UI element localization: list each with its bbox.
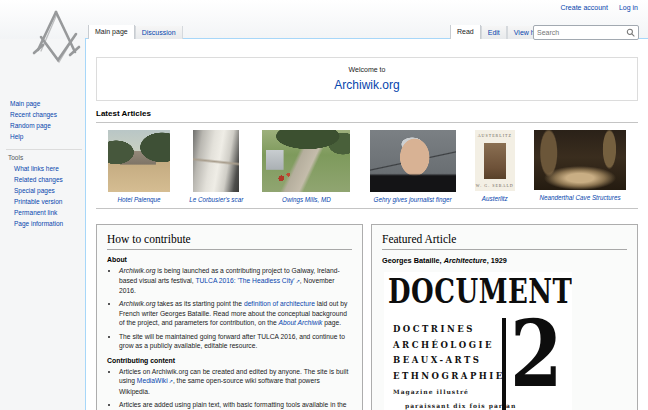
text-segment: takes as its starting point the [155,300,243,307]
cover-issue-number: 2 [510,308,562,400]
austerlitz-cover-title: AUSTERLITZ [478,133,512,138]
inline-link[interactable]: About Archiwik [278,319,322,326]
how-to-contribute-panel: How to contribute About Archiwik.org is … [96,224,363,410]
latest-articles-strip: Hotel Palenque Le Corbusier's scar Owing… [96,122,638,209]
cover-subject: ETHNOGRAPHIE [393,369,505,385]
latest-articles-heading: Latest Articles [96,109,648,118]
featured-article-byline: Georges Bataille, Architecture, 1929 [382,256,627,265]
thumbnail-caption[interactable]: Le Corbusier's scar [189,196,243,203]
log-in-link[interactable]: Log in [619,4,638,11]
sidebar-item-what-links-here[interactable]: What links here [6,163,82,174]
tab-discussion[interactable]: Discussion [135,26,183,39]
text-segment: Architecture [444,256,487,265]
sidebar-item-recent-changes[interactable]: Recent changes [0,109,85,120]
site-name-link[interactable]: Archiwik.org [334,78,399,92]
cover-subject: ARCHÉOLOGIE [393,338,505,354]
austerlitz-cover-photo [484,143,506,179]
text-segment: The site will be maintained going forwar… [119,333,345,350]
search-input[interactable] [534,29,626,36]
inline-link[interactable]: TULCA 2016: 'The Headless City' [195,277,294,284]
contributing-content-subheading: Contributing content [107,357,352,364]
tab-read[interactable]: Read [450,25,481,39]
austerlitz-cover-author: W. G. SEBALD [476,183,514,188]
sidebar: Main page Recent changes Random page Hel… [0,98,85,229]
create-account-link[interactable]: Create account [560,4,607,11]
cover-subject: DOCTRINES [393,322,505,338]
cover-subject: BEAUX-ARTS [393,353,505,369]
article-thumb-neanderthal-caves[interactable]: Neanderthal Cave Structures [534,130,626,201]
featured-article-panel: Featured Article Georges Bataille, Archi… [371,224,638,410]
text-segment: Archiwik.org [119,267,155,274]
content-area: Welcome to Archiwik.org Latest Articles … [85,39,648,410]
bullet-item: Archiwik.org is being launched as a cont… [119,266,352,296]
text-segment: , 1929 [487,256,507,265]
thumbnail-image[interactable] [108,130,170,192]
sidebar-tools-section: Tools What links here Related changes Sp… [6,149,82,229]
article-thumb-gehry[interactable]: Gehry gives journalist finger [370,130,456,203]
article-thumb-hotel-palenque[interactable]: Hotel Palenque [108,130,170,203]
personal-bar: Create account Log in [551,4,638,11]
sidebar-item-special-pages[interactable]: Special pages [6,185,82,196]
contributing-bullet-list: Articles on Archiwik.org can be created … [107,367,352,410]
site-logo[interactable] [28,6,84,70]
bullet-item: Articles on Archiwik.org can be created … [119,367,352,397]
search-icon[interactable] [626,28,635,37]
sidebar-item-help[interactable]: Help [0,131,85,142]
sidebar-tools-list: What links here Related changes Special … [6,163,82,229]
page-tabs-left: Main page Discussion [88,25,183,39]
sidebar-navigation: Main page Recent changes Random page Hel… [0,98,85,142]
about-bullet-list: Archiwik.org is being launched as a cont… [107,266,352,351]
welcome-banner: Welcome to Archiwik.org [96,57,638,101]
text-segment: Archiwik.org [119,300,155,307]
cover-divider-bar [502,318,506,410]
article-thumb-corbusier-scar[interactable]: Le Corbusier's scar [189,130,243,203]
thumbnail-caption[interactable]: Neanderthal Cave Structures [539,194,620,201]
thumbnail-image[interactable] [262,130,350,192]
tab-main-page[interactable]: Main page [88,25,135,39]
sidebar-item-related-changes[interactable]: Related changes [6,174,82,185]
cover-tagline-line2: paraissant dix fois par an [405,402,516,409]
thumbnail-image[interactable] [370,130,456,192]
documents-cover-subjects: DOCTRINES ARCHÉOLOGIE BEAUX-ARTS ETHNOGR… [393,322,505,384]
sidebar-item-printable-version[interactable]: Printable version [6,196,82,207]
thumbnail-image[interactable] [193,130,239,192]
sidebar-item-permanent-link[interactable]: Permanent link [6,207,82,218]
search-bar [533,25,639,40]
archiwik-main-page: { "colors":{"link_blue":"#0645ad","conte… [0,0,648,410]
inline-link[interactable]: definition of architecture [244,300,315,307]
main-columns: How to contribute About Archiwik.org is … [96,224,638,410]
article-thumb-owings-mills[interactable]: Owings Mills, MD [262,130,350,203]
masonic-square-compasses-icon [28,6,84,70]
cover-tagline-line1: Magazine illustré [393,388,469,395]
featured-article-heading: Featured Article [382,233,627,250]
thumbnail-caption[interactable]: Austerlitz [482,195,508,202]
how-to-contribute-heading: How to contribute [107,233,352,250]
tools-heading: Tools [6,154,82,161]
thumbnail-caption[interactable]: Gehry gives journalist finger [374,196,452,203]
thumbnail-image[interactable]: AUSTERLITZ W. G. SEBALD [475,130,515,191]
text-segment: Articles are added using plain text, wit… [119,401,347,410]
bullet-item: The site will be maintained going forwar… [119,332,352,351]
tab-edit[interactable]: Edit [481,26,507,39]
sidebar-item-main-page[interactable]: Main page [0,98,85,109]
sidebar-item-random-page[interactable]: Random page [0,120,85,131]
text-segment: page. [322,319,341,326]
article-thumb-austerlitz[interactable]: AUSTERLITZ W. G. SEBALD Austerlitz [475,130,515,202]
bullet-item: Archiwik.org takes as its starting point… [119,299,352,328]
sidebar-item-page-information[interactable]: Page information [6,218,82,229]
welcome-text: Welcome to [349,66,386,73]
documents-magazine-cover[interactable]: DOCUMENTS DOCTRINES ARCHÉOLOGIE BEAUX-AR… [384,272,572,410]
bullet-item: Articles are added using plain text, wit… [119,400,352,410]
thumbnail-image[interactable] [534,130,626,190]
about-subheading: About [107,256,352,263]
inline-link[interactable]: MediaWiki [137,377,168,384]
text-segment: Georges Bataille, [382,256,444,265]
thumbnail-caption[interactable]: Hotel Palenque [117,196,160,203]
thumbnail-caption[interactable]: Owings Mills, MD [282,196,331,203]
